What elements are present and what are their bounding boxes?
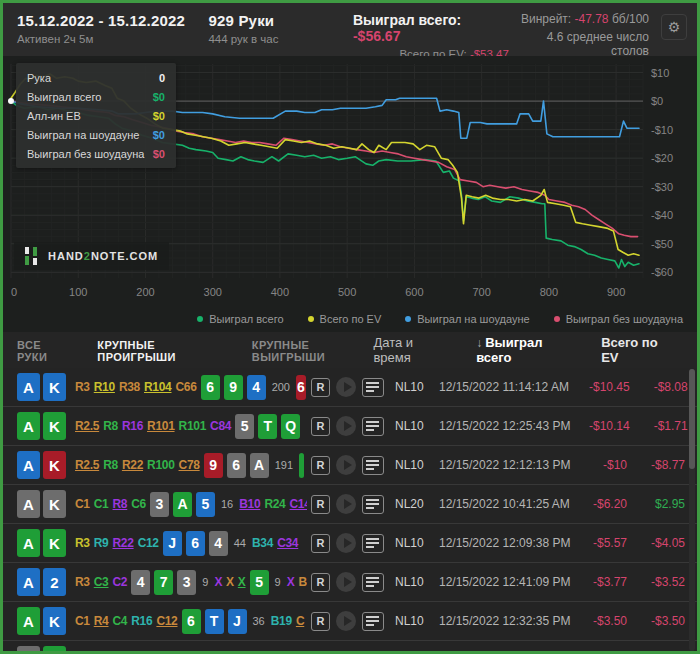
date-range: 15.12.2022 - 15.12.2022 (17, 12, 208, 29)
legend-label: Выиграл без шоудауна (566, 313, 683, 325)
notes-icon[interactable] (362, 534, 384, 553)
won-amount: -$3.77 (589, 575, 627, 589)
scrollbar-thumb[interactable] (689, 369, 695, 469)
play-icon[interactable] (336, 494, 356, 514)
gear-icon: ⚙ (668, 19, 681, 35)
tab-крупные-проигрыши[interactable]: КРУПНЫЕ ПРОИГРЫШИ (97, 328, 223, 372)
column-header-дата-и-время[interactable]: Дата и время (373, 335, 446, 365)
notes-icon[interactable] (362, 612, 384, 631)
action-label: X (238, 575, 246, 589)
legend-label: Выиграл на шоудауне (417, 313, 529, 325)
replayer-badge[interactable]: R (311, 534, 330, 553)
column-header-всего-по-ev[interactable]: Всего по EV (601, 335, 671, 365)
action-label: R22 (113, 536, 134, 550)
x-axis-tick: 800 (540, 286, 558, 298)
replayer-badge[interactable]: R (311, 612, 330, 631)
winrate: Винрейт: -47.78 бб/100 (509, 12, 649, 26)
hand-row[interactable]: AKR3R10R38R104C666942006R NL1012/15/2022… (3, 368, 697, 407)
column-header-выиграл-всего[interactable]: ↓Выиграл всего (476, 335, 571, 365)
hand-row[interactable]: AKC1R4C4R16C126TJ36B19CR NL1012/15/2022 … (3, 602, 697, 641)
won-total: Выиграл всего: -$56.67 (353, 12, 509, 44)
hand-datetime: 12/15/2022 11:14:12 AM (439, 380, 589, 394)
hand-row[interactable] (3, 641, 697, 654)
x-axis-tick: 200 (136, 286, 154, 298)
play-icon[interactable] (336, 572, 356, 592)
tab-крупные-выигрыши[interactable]: КРУПНЫЕ ВЫИГРЫШИ (252, 328, 374, 372)
won-total-value: -$56.67 (353, 28, 400, 44)
active-time: Активен 2ч 5м (17, 33, 208, 45)
hand-row[interactable]: AKR2.5R8R22R100C7896A191R NL1012/15/2022… (3, 446, 697, 485)
x-axis-tick: 100 (69, 286, 87, 298)
play-icon[interactable] (336, 455, 356, 475)
card-K: K (43, 451, 66, 479)
card-A: A (17, 451, 40, 479)
notes-icon[interactable] (362, 456, 384, 475)
card-Q: Q (281, 414, 300, 439)
card-3: 3 (177, 570, 196, 595)
sort-arrow-icon: ↓ (476, 336, 482, 350)
hand-row[interactable]: AKC1C1R8C63A516B10R24C14R NL2012/15/2022… (3, 485, 697, 524)
notes-icon[interactable] (362, 417, 384, 436)
action-label: C34 (277, 536, 298, 550)
tooltip-row: Выиграл на шоудауне $0 (16, 125, 176, 144)
stake-label: NL10 (395, 614, 439, 628)
card-hidden (17, 646, 40, 654)
hand-actions-line: R2.5R8R22R100C7896A191 (75, 453, 307, 478)
hand-datetime: 12/15/2022 12:41:09 PM (439, 575, 589, 589)
hand-datetime: 12/15/2022 12:12:13 PM (439, 458, 589, 472)
stake-label: NL10 (395, 536, 439, 550)
won-amount: -$3.50 (589, 614, 627, 628)
card-4: 4 (209, 531, 228, 556)
play-icon[interactable] (336, 533, 356, 553)
hand-row[interactable]: A2R3C3C24739XXX59XBR NL1012/15/2022 12:4… (3, 563, 697, 602)
action-label: C78 (179, 458, 200, 472)
replayer-badge[interactable]: R (311, 417, 330, 436)
action-label: R8 (113, 497, 128, 511)
notes-icon[interactable] (362, 573, 384, 592)
notes-icon[interactable] (362, 378, 384, 397)
tab-все-руки[interactable]: ВСЕ РУКИ (17, 328, 69, 372)
card-6: 6 (296, 375, 306, 400)
x-axis-tick: 700 (472, 286, 490, 298)
stake-label: NL10 (395, 380, 439, 394)
pot-size: 16 (221, 498, 233, 510)
legend-dot-icon (308, 316, 314, 322)
hand-datetime: 12/15/2022 12:09:38 PM (439, 536, 589, 550)
won-amount: -$6.20 (589, 497, 627, 511)
won-amount: -$10.14 (589, 419, 630, 433)
action-label: R24 (264, 497, 285, 511)
ev-amount: -$3.50 (627, 614, 685, 628)
replayer-badge[interactable]: R (311, 573, 330, 592)
card-J: J (228, 609, 247, 634)
action-label: X (226, 575, 234, 589)
hand-list: AKR3R10R38R104C666942006R NL1012/15/2022… (3, 368, 697, 654)
action-label: X (287, 575, 295, 589)
action-label: R38 (119, 380, 140, 394)
stake-label: NL10 (395, 419, 439, 433)
replayer-badge[interactable]: R (311, 495, 330, 514)
won-amount: -$5.57 (589, 536, 627, 550)
action-label: B34 (252, 536, 273, 550)
action-label: R3 (75, 575, 90, 589)
settings-button[interactable]: ⚙ (661, 14, 687, 40)
card-A: A (17, 373, 40, 401)
pot-size: 191 (275, 459, 293, 471)
hole-cards: A2 (17, 568, 69, 596)
tooltip-row: Выиграл без шоудауна $0 (16, 144, 176, 163)
play-icon[interactable] (336, 416, 356, 436)
play-icon[interactable] (336, 611, 356, 631)
ev-amount: -$8.08 (630, 380, 688, 394)
tooltip-value: $0 (153, 91, 165, 103)
card-K: K (43, 529, 66, 557)
play-icon[interactable] (336, 377, 356, 397)
card-2: 2 (43, 568, 66, 596)
hand-row[interactable]: AKR3R9R22C12J6444B34C34R NL1012/15/2022 … (3, 524, 697, 563)
replayer-badge[interactable]: R (311, 378, 330, 397)
notes-icon[interactable] (362, 495, 384, 514)
x-axis-tick: 600 (405, 286, 423, 298)
hand-row[interactable]: AKR2.5R8R16R101R101C845TQR NL1012/15/202… (3, 407, 697, 446)
replayer-badge[interactable]: R (311, 456, 330, 475)
action-label: B (298, 575, 306, 589)
x-axis-tick: 300 (204, 286, 222, 298)
card-K: K (43, 607, 66, 635)
